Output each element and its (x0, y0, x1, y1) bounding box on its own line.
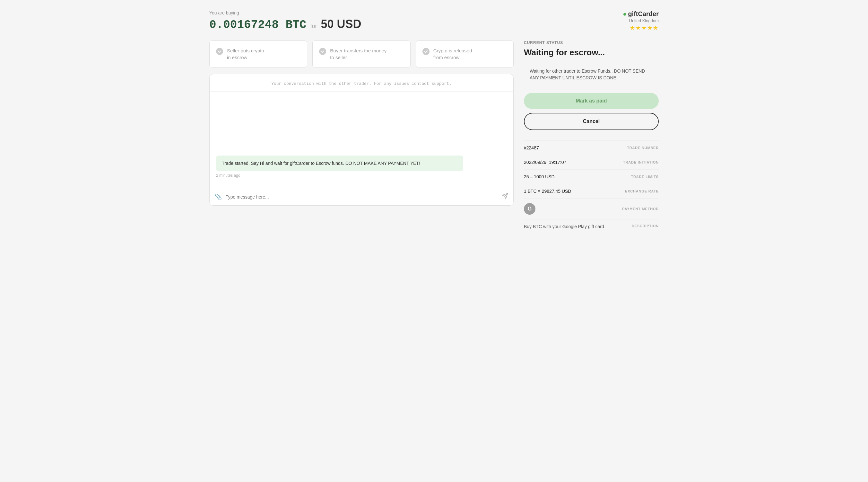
trade-number-row: #22487 TRADE NUMBER (524, 141, 659, 155)
trade-initiation-value: 2022/09/29, 19:17:07 (524, 160, 566, 165)
step-3-text: Crypto is releasedfrom escrow (433, 47, 472, 61)
chat-time: 2 minutes ago (216, 173, 507, 178)
send-icon[interactable] (502, 193, 508, 201)
usd-amount: 50 USD (321, 17, 361, 31)
exchange-rate-label: EXCHANGE RATE (625, 189, 659, 193)
left-panel: Seller puts cryptoin escrow Buyer transf… (209, 40, 514, 206)
steps-row: Seller puts cryptoin escrow Buyer transf… (209, 40, 514, 67)
trade-limits-label: TRADE LIMITS (631, 175, 659, 179)
attach-icon[interactable]: 📎 (215, 194, 222, 200)
trade-details: #22487 TRADE NUMBER 2022/09/29, 19:17:07… (524, 140, 659, 234)
btc-amount: 0.00167248 BTC (209, 18, 306, 31)
current-status-label: CURRENT STATUS (524, 40, 659, 45)
for-text: for (310, 23, 317, 30)
trade-initiation-row: 2022/09/29, 19:17:07 TRADE INITIATION (524, 155, 659, 170)
chat-panel: Your conversation with the other trader.… (209, 74, 514, 206)
chat-input-row: 📎 (210, 188, 513, 205)
status-heading: Waiting for escrow... (524, 48, 659, 58)
step-1-text: Seller puts cryptoin escrow (227, 47, 264, 61)
payment-method-label: PAYMENT METHOD (622, 207, 659, 211)
escrow-notice: Waiting for other trader to Escrow Funds… (524, 63, 659, 86)
description-text: Buy BTC with your Google Play gift card (524, 224, 604, 229)
payment-method-row: G PAYMENT METHOD (524, 199, 659, 220)
step-1-card: Seller puts cryptoin escrow (209, 40, 307, 67)
trade-limits-value: 25 – 1000 USD (524, 174, 555, 179)
main-layout: Seller puts cryptoin escrow Buyer transf… (209, 40, 659, 234)
step-2-check (319, 48, 326, 55)
step-2-text: Buyer transfers the moneyto seller (330, 47, 386, 61)
page-header: You are buying 0.00167248 BTC for 50 USD… (209, 10, 659, 31)
buying-label: You are buying (209, 10, 362, 16)
seller-name: ●giftCarder (623, 10, 659, 18)
chat-body: Trade started. Say Hi and wait for giftC… (210, 92, 513, 188)
step-3-card: Crypto is releasedfrom escrow (416, 40, 514, 67)
description-row: Buy BTC with your Google Play gift card … (524, 220, 659, 234)
description-label: DESCRIPTION (632, 224, 659, 228)
chat-input[interactable] (226, 194, 498, 200)
seller-info: ●giftCarder United Kingdom ★★★★★ (623, 10, 659, 31)
payment-avatar: G (524, 203, 535, 215)
trade-initiation-label: TRADE INITIATION (623, 160, 659, 164)
step-2-card: Buyer transfers the moneyto seller (312, 40, 410, 67)
step-1-check (216, 48, 223, 55)
buying-amount: 0.00167248 BTC for 50 USD (209, 17, 362, 31)
buying-info: You are buying 0.00167248 BTC for 50 USD (209, 10, 362, 31)
trade-number-value: #22487 (524, 145, 539, 150)
step-3-check (423, 48, 430, 55)
cancel-button[interactable]: Cancel (524, 113, 659, 130)
chat-message: Trade started. Say Hi and wait for giftC… (216, 155, 463, 171)
chat-header-text: Your conversation with the other trader.… (210, 74, 513, 92)
online-dot: ● (623, 10, 627, 17)
exchange-rate-row: 1 BTC = 29827.45 USD EXCHANGE RATE (524, 184, 659, 199)
page-wrapper: You are buying 0.00167248 BTC for 50 USD… (209, 10, 659, 234)
trade-limits-row: 25 – 1000 USD TRADE LIMITS (524, 170, 659, 184)
exchange-rate-value: 1 BTC = 29827.45 USD (524, 189, 571, 194)
trade-number-label: TRADE NUMBER (627, 146, 659, 150)
mark-as-paid-button[interactable]: Mark as paid (524, 93, 659, 109)
seller-country: United Kingdom (623, 18, 659, 23)
right-panel: CURRENT STATUS Waiting for escrow... Wai… (524, 40, 659, 234)
seller-stars: ★★★★★ (623, 24, 659, 31)
